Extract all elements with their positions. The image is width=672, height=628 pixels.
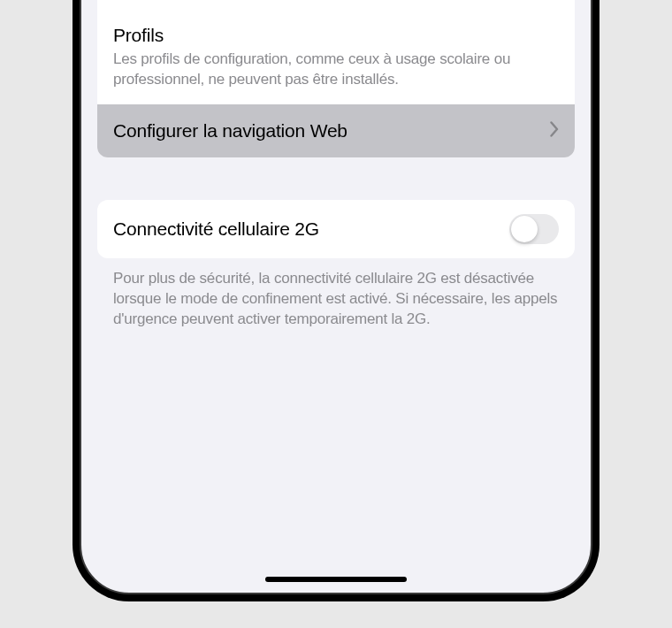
section-gap (81, 157, 591, 200)
configure-web-navigation-row[interactable]: Configurer la navigation Web (97, 104, 575, 157)
cellular-2g-toggle[interactable] (509, 214, 559, 244)
apple-services-block: Services Apple Les invitations relatives… (97, 0, 575, 12)
profiles-description: Les profils de configuration, comme ceux… (113, 50, 559, 90)
profiles-block: Profils Les profils de configuration, co… (97, 12, 575, 104)
toggle-knob (511, 216, 538, 242)
phone-screen: Services Apple Les invitations relatives… (80, 0, 592, 594)
phone-frame: Services Apple Les invitations relatives… (73, 0, 599, 601)
info-section: Services Apple Les invitations relatives… (97, 0, 575, 157)
configure-web-label: Configurer la navigation Web (113, 120, 347, 142)
home-indicator[interactable] (265, 577, 407, 582)
profiles-title: Profils (113, 25, 559, 46)
cellular-2g-footer: Pour plus de sécurité, la connectivité c… (81, 258, 591, 330)
settings-content: Services Apple Les invitations relatives… (81, 0, 591, 330)
cellular-2g-label: Connectivité cellulaire 2G (113, 218, 319, 240)
cellular-2g-row: Connectivité cellulaire 2G (97, 200, 575, 258)
chevron-right-icon (550, 121, 559, 141)
